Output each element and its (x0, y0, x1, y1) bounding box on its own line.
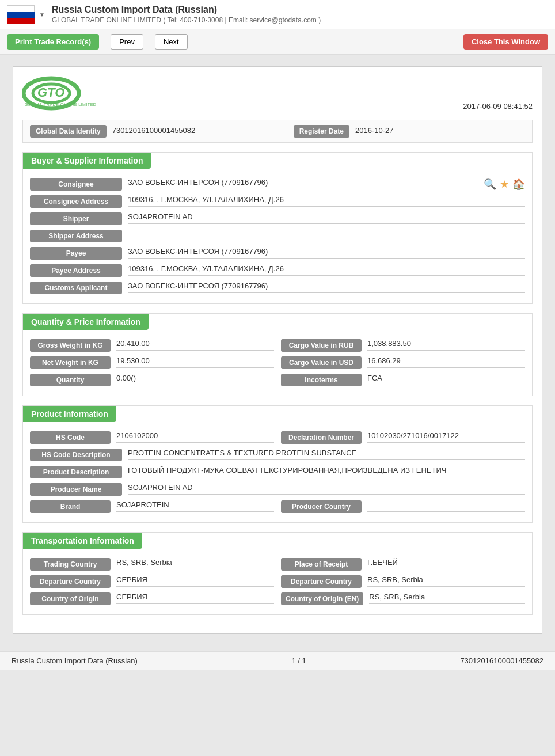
buyer-supplier-section: Buyer & Supplier Information Consignee З… (22, 152, 533, 304)
trading-place-row: Trading Country RS, SRB, Serbia Place of… (23, 556, 532, 573)
star-icon[interactable]: ★ (500, 178, 509, 191)
gross-weight-value: 20,410.00 (116, 339, 274, 351)
declaration-number-label: Declaration Number (281, 431, 362, 444)
prev-button[interactable]: Prev (111, 34, 143, 50)
departure-country-value: СЕРБИЯ (116, 575, 274, 587)
shipper-address-value (128, 230, 525, 241)
customs-applicant-row: Customs Applicant ЗАО ВОБЕКС-ИНТЕРСОЯ (7… (23, 279, 532, 297)
close-button[interactable]: Close This Window (463, 34, 548, 50)
trading-country-label: Trading Country (30, 558, 111, 571)
register-date-value: 2016-10-27 (355, 126, 525, 136)
declaration-number-value: 10102030/271016/0017122 (367, 431, 525, 443)
producer-name-label: Producer Name (30, 483, 122, 496)
hs-desc-row: HS Code Description PROTEIN CONCENTRATES… (23, 446, 532, 464)
cargo-usd-field: Cargo Value in USD 16,686.29 (281, 356, 525, 369)
flag-russia (7, 5, 35, 24)
product-desc-value: ГОТОВЫЙ ПРОДУКТ-МУКА СОЕВАЯ ТЕКСТУРИРОВА… (128, 466, 525, 477)
product-section: Product Information HS Code 2106102000 D… (22, 405, 533, 523)
trading-country-field: Trading Country RS, SRB, Serbia (30, 558, 274, 571)
svg-text:GTO: GTO (37, 85, 64, 100)
svg-text:GLOBAL TRADE ONLINE LIMITED: GLOBAL TRADE ONLINE LIMITED (25, 102, 96, 107)
identity-row: Global Data Identity 7301201610000145508… (22, 120, 533, 143)
print-button[interactable]: Print Trade Record(s) (7, 34, 99, 50)
brand-field: Brand SOJAPROTEIN (30, 500, 274, 513)
top-header: ▼ Russia Custom Import Data (Russian) GL… (0, 0, 555, 29)
consignee-value: ЗАО ВОБЕКС-ИНТЕРСОЯ (7709167796) (128, 178, 479, 189)
consignee-row: Consignee ЗАО ВОБЕКС-ИНТЕРСОЯ (770916779… (23, 176, 532, 193)
brand-value: SOJAPROTEIN (116, 500, 274, 512)
payee-row: Payee ЗАО ВОБЕКС-ИНТЕРСОЯ (7709167796) (23, 245, 532, 262)
trading-country-value: RS, SRB, Serbia (116, 558, 274, 569)
consignee-actions: 🔍 ★ 🏠 (484, 178, 525, 191)
declaration-number-field: Declaration Number 10102030/271016/00171… (281, 431, 525, 444)
transportation-title: Transportation Information (23, 533, 142, 549)
gross-weight-label: Gross Weight in KG (30, 339, 111, 352)
timestamp: 2017-06-09 08:41:52 (463, 102, 533, 111)
shipper-address-row: Shipper Address (23, 227, 532, 245)
country-of-origin-value: СЕРБИЯ (116, 592, 274, 604)
gross-cargo-rub-row: Gross Weight in KG 20,410.00 Cargo Value… (23, 337, 532, 354)
quantity-label: Quantity (30, 374, 111, 386)
origin-row: Country of Origin СЕРБИЯ Country of Orig… (23, 590, 532, 607)
quantity-incoterms-row: Quantity 0.00() Incoterms FCA (23, 371, 532, 389)
gto-logo: GTO GLOBAL TRADE ONLINE LIMITED (22, 76, 97, 111)
departure-country2-value: RS, SRB, Serbia (367, 575, 525, 587)
product-desc-label: Product Description (30, 466, 122, 478)
hs-desc-label: HS Code Description (30, 449, 122, 461)
register-date-label: Register Date (294, 125, 349, 138)
shipper-row: Shipper SOJAPROTEIN AD (23, 210, 532, 227)
next-button[interactable]: Next (155, 34, 188, 50)
consignee-label: Consignee (30, 178, 122, 191)
payee-label: Payee (30, 247, 122, 260)
hs-declaration-row: HS Code 2106102000 Declaration Number 10… (23, 429, 532, 446)
incoterms-field: Incoterms FCA (281, 374, 525, 386)
logo-row: GTO GLOBAL TRADE ONLINE LIMITED 2017-06-… (22, 76, 533, 111)
gross-weight-field: Gross Weight in KG 20,410.00 (30, 339, 274, 352)
header-subtitle: GLOBAL TRADE ONLINE LIMITED ( Tel: 400-7… (52, 16, 321, 24)
transportation-section: Transportation Information Trading Count… (22, 532, 533, 615)
flag-dropdown-arrow[interactable]: ▼ (39, 12, 45, 18)
departure-row: Departure Country СЕРБИЯ Departure Count… (23, 573, 532, 590)
hs-code-label: HS Code (30, 431, 111, 444)
producer-country-value (367, 500, 525, 512)
consignee-address-label: Consignee Address (30, 195, 122, 208)
producer-country-label: Producer Country (281, 500, 362, 513)
payee-address-label: Payee Address (30, 264, 122, 277)
place-of-receipt-field: Place of Receipt Г.БЕЧЕЙ (281, 558, 525, 571)
global-data-identity-value: 73012016100001455082 (112, 126, 282, 136)
quantity-value: 0.00() (116, 374, 274, 385)
logo-area: GTO GLOBAL TRADE ONLINE LIMITED (22, 76, 97, 111)
payee-address-value: 109316, , Г.МОСКВА, УЛ.ТАЛАЛИХИНА, Д.26 (128, 264, 525, 276)
consignee-address-value: 109316, , Г.МОСКВА, УЛ.ТАЛАЛИХИНА, Д.26 (128, 195, 525, 207)
footer-page-info: 1 / 1 (292, 656, 306, 665)
customs-applicant-value: ЗАО ВОБЕКС-ИНТЕРСОЯ (7709167796) (128, 282, 525, 293)
hs-desc-value: PROTEIN CONCENTRATES & TEXTURED PROTEIN … (128, 449, 525, 460)
cargo-rub-value: 1,038,883.50 (367, 339, 525, 351)
place-of-receipt-label: Place of Receipt (281, 558, 362, 571)
cargo-usd-value: 16,686.29 (367, 356, 525, 368)
place-of-receipt-value: Г.БЕЧЕЙ (367, 558, 525, 569)
shipper-value: SOJAPROTEIN AD (128, 212, 525, 224)
net-weight-field: Net Weight in KG 19,530.00 (30, 356, 274, 369)
cargo-rub-field: Cargo Value in RUB 1,038,883.50 (281, 339, 525, 352)
hs-code-field: HS Code 2106102000 (30, 431, 274, 444)
producer-name-row: Producer Name SOJAPROTEIN AD (23, 481, 532, 498)
payee-address-row: Payee Address 109316, , Г.МОСКВА, УЛ.ТАЛ… (23, 262, 532, 279)
country-of-origin-en-label: Country of Origin (EN) (281, 592, 363, 605)
page-footer: Russia Custom Import Data (Russian) 1 / … (0, 651, 555, 670)
payee-value: ЗАО ВОБЕКС-ИНТЕРСОЯ (7709167796) (128, 247, 525, 259)
brand-producer-country-row: Brand SOJAPROTEIN Producer Country (23, 498, 532, 515)
search-icon[interactable]: 🔍 (484, 178, 496, 191)
cargo-rub-label: Cargo Value in RUB (281, 339, 362, 352)
brand-label: Brand (30, 500, 111, 513)
net-cargo-usd-row: Net Weight in KG 19,530.00 Cargo Value i… (23, 354, 532, 371)
shipper-label: Shipper (30, 212, 122, 225)
country-of-origin-field: Country of Origin СЕРБИЯ (30, 592, 274, 605)
main-content: GTO GLOBAL TRADE ONLINE LIMITED 2017-06-… (13, 66, 542, 634)
consignee-address-row: Consignee Address 109316, , Г.МОСКВА, УЛ… (23, 193, 532, 210)
country-of-origin-en-value: RS, SRB, Serbia (369, 592, 525, 604)
incoterms-label: Incoterms (281, 374, 362, 386)
quantity-field: Quantity 0.00() (30, 374, 274, 386)
country-of-origin-en-field: Country of Origin (EN) RS, SRB, Serbia (281, 592, 525, 605)
home-icon[interactable]: 🏠 (512, 178, 525, 191)
